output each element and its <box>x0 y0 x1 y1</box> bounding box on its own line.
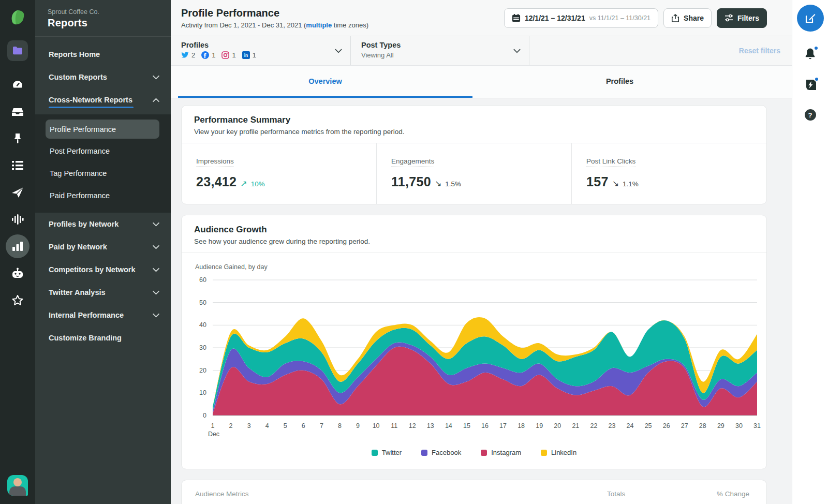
audience-metrics-card: Audience Metrics Totals % Change <box>181 480 767 504</box>
sidebar-item-competitors-by-network[interactable]: Competitors by Network <box>35 258 171 281</box>
trend-down-icon: ↘ <box>612 179 619 188</box>
sidebar-item-label: Profiles by Network <box>49 220 119 228</box>
calendar-icon <box>512 13 521 22</box>
network-count: 2 <box>191 51 195 59</box>
page-subtitle: Activity from Dec 1, 2021 - Dec 31, 2021… <box>181 21 368 29</box>
profiles-filter[interactable]: Profiles 211in1 <box>171 36 350 65</box>
tab-profiles[interactable]: Profiles <box>472 66 767 98</box>
date-compare-value: vs 11/1/21 – 11/30/21 <box>589 14 650 22</box>
rail-reviews-button[interactable] <box>0 287 35 314</box>
company-name: Sprout Coffee Co. <box>48 8 158 16</box>
waveform-icon <box>11 214 24 225</box>
main-area: Profile Performance Activity from Dec 1,… <box>171 0 792 504</box>
legend-swatch <box>372 450 378 456</box>
metric-label[interactable]: Post Link Clicks <box>586 157 635 167</box>
user-avatar[interactable] <box>7 475 28 496</box>
rail-dashboard-button[interactable] <box>0 71 35 98</box>
performance-summary-card: Performance Summary View your key profil… <box>181 105 767 204</box>
svg-text:3: 3 <box>247 422 251 429</box>
sidebar-item-paid-by-network[interactable]: Paid by Network <box>35 235 171 258</box>
sidebar-item-paid-performance[interactable]: Paid Performance <box>35 184 171 206</box>
sidebar-item-tag-performance[interactable]: Tag Performance <box>35 162 171 184</box>
rail-tasks-button[interactable] <box>0 152 35 179</box>
summary-card-title: Performance Summary <box>194 115 754 125</box>
svg-text:21: 21 <box>572 422 579 429</box>
rail-listening-button[interactable] <box>0 206 35 233</box>
page-header-titles: Profile Performance Activity from Dec 1,… <box>181 7 368 29</box>
twitter-icon <box>181 52 189 58</box>
rail-inbox-button[interactable] <box>0 98 35 125</box>
svg-text:8: 8 <box>338 422 342 429</box>
sidebar-item-twitter-analysis[interactable]: Twitter Analysis <box>35 281 171 304</box>
legend-swatch <box>421 450 427 456</box>
svg-text:29: 29 <box>717 422 724 429</box>
right-rail: ? <box>792 0 828 504</box>
share-button[interactable]: Share <box>663 8 712 28</box>
whats-new-dot <box>814 77 819 82</box>
sidebar-item-post-performance[interactable]: Post Performance <box>35 140 171 162</box>
page-header: Profile Performance Activity from Dec 1,… <box>171 0 792 36</box>
metric-label[interactable]: Impressions <box>196 157 234 167</box>
svg-text:in: in <box>244 53 247 58</box>
inbox-icon <box>11 107 24 117</box>
sidebar-item-reports-home[interactable]: Reports Home <box>35 43 171 66</box>
change-column-label: % Change <box>717 490 753 498</box>
date-range-button[interactable]: 12/1/21 – 12/31/21 vs 11/1/21 – 11/30/21 <box>504 8 658 28</box>
sidebar-item-label: Custom Reports <box>49 73 107 81</box>
multiple-timezones-link[interactable]: multiple <box>306 21 332 29</box>
reports-sidebar: Sprout Coffee Co. Reports Reports HomeCu… <box>35 0 171 504</box>
rail-automation-button[interactable] <box>0 260 35 287</box>
svg-text:5: 5 <box>284 422 287 429</box>
rail-reports-button[interactable] <box>0 233 35 260</box>
profiles-filter-label: Profiles <box>181 41 350 49</box>
sidebar-header: Sprout Coffee Co. Reports <box>35 0 171 37</box>
metric-value-row: 23,412 ↗ 10% <box>196 174 376 189</box>
svg-text:15: 15 <box>463 422 470 429</box>
sidebar-nav: Reports HomeCustom ReportsCross-Network … <box>35 37 171 349</box>
audience-metrics-header-row: Audience Metrics Totals % Change <box>182 480 766 504</box>
rail-send-button[interactable] <box>0 179 35 206</box>
instagram-icon <box>221 51 229 59</box>
metric-change: 10% <box>251 180 265 188</box>
svg-text:2: 2 <box>229 422 233 429</box>
filters-button[interactable]: Filters <box>717 8 767 28</box>
rail-publishing-button[interactable] <box>0 125 35 152</box>
metrics-row: Impressions 23,412 ↗ 10% Engagements 11,… <box>182 143 766 204</box>
sidebar-item-label: Reports Home <box>49 50 100 58</box>
whats-new-button[interactable] <box>804 78 817 94</box>
sidebar-item-internal-performance[interactable]: Internal Performance <box>35 304 171 327</box>
legend-item-instagram[interactable]: Instagram <box>481 449 521 456</box>
compose-button[interactable] <box>797 5 824 32</box>
sidebar-item-customize-branding[interactable]: Customize Branding <box>35 327 171 349</box>
chevron-down-icon <box>335 49 342 53</box>
sidebar-item-profiles-by-network[interactable]: Profiles by Network <box>35 213 171 235</box>
post-types-filter[interactable]: Post Types Viewing All <box>351 36 529 65</box>
help-button[interactable]: ? <box>805 109 816 121</box>
metric-value: 157 <box>586 174 609 189</box>
metric-label[interactable]: Engagements <box>391 157 434 167</box>
tab-overview[interactable]: Overview <box>178 66 472 98</box>
sidebar-item-custom-reports[interactable]: Custom Reports <box>35 66 171 88</box>
sidebar-item-cross-network-reports[interactable]: Cross-Network Reports <box>35 88 171 111</box>
chevron-up-icon <box>153 98 159 102</box>
folder-icon <box>12 46 23 55</box>
sidebar-item-label: Customize Branding <box>49 334 122 342</box>
svg-text:30: 30 <box>199 344 206 351</box>
post-types-value: Viewing All <box>361 51 529 59</box>
reset-filters-link[interactable]: Reset filters <box>739 47 792 55</box>
sidebar-item-profile-performance[interactable]: Profile Performance <box>46 120 159 139</box>
legend-item-linkedin[interactable]: LinkedIn <box>541 449 576 456</box>
rail-folder-button[interactable] <box>0 37 35 64</box>
summary-card-header: Performance Summary View your key profil… <box>182 106 766 143</box>
sprout-logo[interactable] <box>7 7 28 28</box>
notifications-button[interactable] <box>804 47 817 63</box>
audience-metrics-label: Audience Metrics <box>195 490 607 498</box>
svg-text:9: 9 <box>356 422 360 429</box>
legend-item-facebook[interactable]: Facebook <box>421 449 461 456</box>
metric-change: 1.1% <box>623 180 639 188</box>
legend-item-twitter[interactable]: Twitter <box>372 449 402 456</box>
robot-icon <box>11 268 24 279</box>
growth-card-subtitle: See how your audience grew during the re… <box>194 238 754 245</box>
linkedin-profile-count: in1 <box>242 51 256 59</box>
summary-card-subtitle: View your key profile performance metric… <box>194 128 754 136</box>
